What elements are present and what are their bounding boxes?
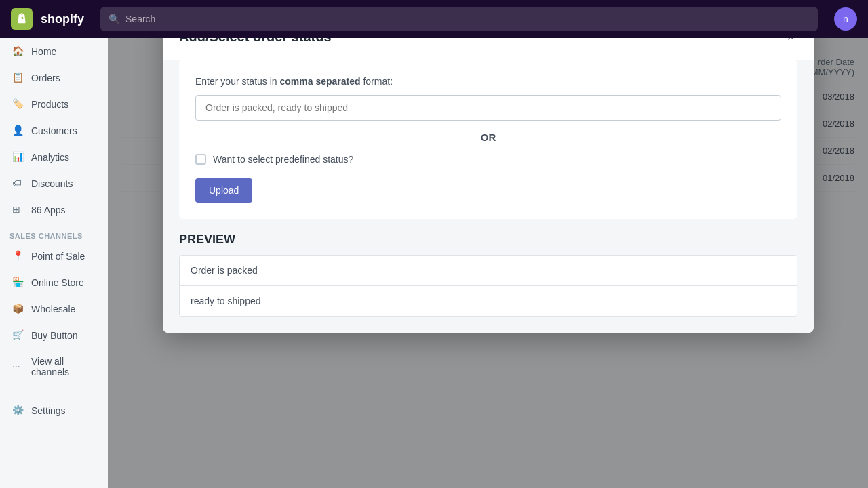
search-bar[interactable]: 🔍: [100, 7, 818, 31]
predefined-checkbox[interactable]: [195, 154, 206, 165]
sidebar-label-store: Online Store: [31, 277, 84, 288]
shopify-bag-icon: [11, 8, 33, 30]
sidebar-item-products[interactable]: 🏷️ Products: [3, 92, 105, 117]
products-icon: 🏷️: [12, 98, 24, 110]
predefined-checkbox-row[interactable]: Want to select predefined status?: [195, 154, 781, 165]
sidebar-label-analytics: Analytics: [31, 152, 69, 163]
sidebar-item-online-store[interactable]: 🏪 Online Store: [3, 270, 105, 296]
sidebar-view-all-channels[interactable]: ··· View all channels: [3, 349, 105, 384]
sidebar-item-settings[interactable]: ⚙️ Settings: [3, 398, 105, 424]
sidebar-label-products: Products: [31, 99, 68, 110]
sidebar-item-apps[interactable]: ⊞ 86 Apps: [3, 197, 105, 223]
main-content: rder Date(MM/YYYY) 03/2018 02/2018 02/20…: [108, 0, 868, 488]
modal-overlay: Add/Select order status × Enter your sta…: [108, 0, 868, 488]
sidebar-label-orders: Orders: [31, 73, 60, 83]
sidebar-label-home: Home: [31, 46, 56, 57]
sidebar-label-settings: Settings: [31, 405, 66, 416]
orders-icon: 📋: [12, 72, 24, 84]
search-icon: 🔍: [108, 14, 120, 24]
discounts-icon: 🏷: [12, 178, 24, 190]
sidebar-item-orders[interactable]: 📋 Orders: [3, 65, 105, 91]
search-input[interactable]: [125, 14, 810, 24]
wholesale-icon: 📦: [12, 303, 24, 315]
preview-row-1: Order is packed: [180, 256, 797, 286]
sidebar-item-buy-button[interactable]: 🛒 Buy Button: [3, 323, 105, 348]
modal: Add/Select order status × Enter your sta…: [163, 14, 814, 333]
sidebar-item-wholesale[interactable]: 📦 Wholesale: [3, 296, 105, 322]
sidebar-label-wholesale: Wholesale: [31, 304, 75, 314]
sidebar-item-discounts[interactable]: 🏷 Discounts: [3, 171, 105, 197]
sidebar-item-home[interactable]: 🏠 Home: [3, 39, 105, 64]
sidebar-label-buy: Buy Button: [31, 330, 78, 341]
sales-channels-label: SALES CHANNELS: [0, 224, 108, 243]
sidebar-item-customers[interactable]: 👤 Customers: [3, 118, 105, 144]
sidebar: 🏠 Home 📋 Orders 🏷️ Products 👤 Customers …: [0, 0, 108, 488]
sidebar-item-point-of-sale[interactable]: 📍 Point of Sale: [3, 243, 105, 269]
preview-title: PREVIEW: [179, 232, 797, 247]
sidebar-item-analytics[interactable]: 📊 Analytics: [3, 144, 105, 170]
ellipsis-icon: ···: [12, 361, 24, 373]
topbar-right: n: [834, 7, 857, 30]
store-icon: 🏪: [12, 277, 24, 289]
topbar: shopify 🔍 n: [0, 0, 868, 38]
status-input[interactable]: [195, 95, 781, 121]
sidebar-label-apps: 86 Apps: [31, 205, 66, 216]
predefined-checkbox-label: Want to select predefined status?: [213, 154, 353, 165]
instruction-text: Enter your status in comma separated for…: [195, 76, 781, 87]
avatar[interactable]: n: [834, 7, 857, 30]
upload-button[interactable]: Upload: [195, 178, 252, 203]
preview-row-2: ready to shipped: [180, 286, 797, 316]
or-divider: OR: [195, 121, 781, 154]
sidebar-label-discounts: Discounts: [31, 178, 73, 189]
sidebar-label-customers: Customers: [31, 125, 77, 136]
preview-table: Order is packed ready to shipped: [179, 255, 797, 317]
modal-body: Enter your status in comma separated for…: [163, 60, 814, 333]
analytics-icon: 📊: [12, 151, 24, 163]
logo[interactable]: shopify: [11, 8, 84, 30]
pos-icon: 📍: [12, 250, 24, 262]
sidebar-label-pos: Point of Sale: [31, 251, 85, 262]
brand-name: shopify: [41, 12, 84, 26]
apps-icon: ⊞: [12, 204, 24, 216]
settings-icon: ⚙️: [12, 405, 24, 417]
sidebar-label-view-all: View all channels: [31, 356, 96, 378]
home-icon: 🏠: [12, 45, 24, 58]
customers-icon: 👤: [12, 125, 24, 137]
preview-section: PREVIEW Order is packed ready to shipped: [179, 232, 797, 317]
modal-inner: Enter your status in comma separated for…: [179, 60, 797, 219]
buy-icon: 🛒: [12, 329, 24, 342]
